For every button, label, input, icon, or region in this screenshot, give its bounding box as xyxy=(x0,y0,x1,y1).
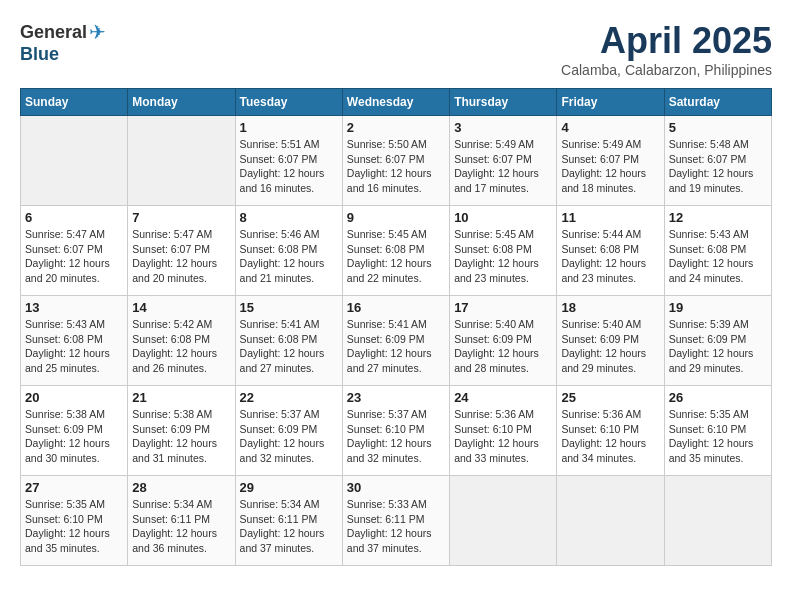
day-number: 29 xyxy=(240,480,338,495)
day-info: Sunrise: 5:47 AM Sunset: 6:07 PM Dayligh… xyxy=(25,227,123,286)
day-number: 8 xyxy=(240,210,338,225)
calendar-cell: 12Sunrise: 5:43 AM Sunset: 6:08 PM Dayli… xyxy=(664,206,771,296)
day-number: 3 xyxy=(454,120,552,135)
day-number: 4 xyxy=(561,120,659,135)
day-info: Sunrise: 5:49 AM Sunset: 6:07 PM Dayligh… xyxy=(454,137,552,196)
day-info: Sunrise: 5:38 AM Sunset: 6:09 PM Dayligh… xyxy=(25,407,123,466)
calendar-cell: 24Sunrise: 5:36 AM Sunset: 6:10 PM Dayli… xyxy=(450,386,557,476)
day-info: Sunrise: 5:46 AM Sunset: 6:08 PM Dayligh… xyxy=(240,227,338,286)
day-info: Sunrise: 5:43 AM Sunset: 6:08 PM Dayligh… xyxy=(669,227,767,286)
day-info: Sunrise: 5:34 AM Sunset: 6:11 PM Dayligh… xyxy=(240,497,338,556)
logo-general-text: General xyxy=(20,22,87,43)
calendar-cell: 26Sunrise: 5:35 AM Sunset: 6:10 PM Dayli… xyxy=(664,386,771,476)
calendar-cell: 23Sunrise: 5:37 AM Sunset: 6:10 PM Dayli… xyxy=(342,386,449,476)
header: General ✈ Blue April 2025 Calamba, Calab… xyxy=(20,20,772,78)
day-number: 13 xyxy=(25,300,123,315)
day-info: Sunrise: 5:43 AM Sunset: 6:08 PM Dayligh… xyxy=(25,317,123,376)
calendar-cell xyxy=(21,116,128,206)
calendar-cell: 29Sunrise: 5:34 AM Sunset: 6:11 PM Dayli… xyxy=(235,476,342,566)
calendar-cell xyxy=(128,116,235,206)
day-info: Sunrise: 5:51 AM Sunset: 6:07 PM Dayligh… xyxy=(240,137,338,196)
day-info: Sunrise: 5:33 AM Sunset: 6:11 PM Dayligh… xyxy=(347,497,445,556)
calendar-cell: 11Sunrise: 5:44 AM Sunset: 6:08 PM Dayli… xyxy=(557,206,664,296)
day-info: Sunrise: 5:39 AM Sunset: 6:09 PM Dayligh… xyxy=(669,317,767,376)
day-number: 22 xyxy=(240,390,338,405)
weekday-header-saturday: Saturday xyxy=(664,89,771,116)
calendar-cell: 8Sunrise: 5:46 AM Sunset: 6:08 PM Daylig… xyxy=(235,206,342,296)
day-number: 26 xyxy=(669,390,767,405)
calendar-cell: 28Sunrise: 5:34 AM Sunset: 6:11 PM Dayli… xyxy=(128,476,235,566)
calendar-header-row: SundayMondayTuesdayWednesdayThursdayFrid… xyxy=(21,89,772,116)
calendar-cell xyxy=(557,476,664,566)
day-number: 7 xyxy=(132,210,230,225)
day-info: Sunrise: 5:35 AM Sunset: 6:10 PM Dayligh… xyxy=(669,407,767,466)
calendar-cell xyxy=(664,476,771,566)
weekday-header-sunday: Sunday xyxy=(21,89,128,116)
weekday-header-monday: Monday xyxy=(128,89,235,116)
calendar-week-row: 20Sunrise: 5:38 AM Sunset: 6:09 PM Dayli… xyxy=(21,386,772,476)
day-info: Sunrise: 5:35 AM Sunset: 6:10 PM Dayligh… xyxy=(25,497,123,556)
calendar-cell: 30Sunrise: 5:33 AM Sunset: 6:11 PM Dayli… xyxy=(342,476,449,566)
weekday-header-tuesday: Tuesday xyxy=(235,89,342,116)
day-number: 10 xyxy=(454,210,552,225)
day-info: Sunrise: 5:50 AM Sunset: 6:07 PM Dayligh… xyxy=(347,137,445,196)
day-number: 18 xyxy=(561,300,659,315)
day-info: Sunrise: 5:44 AM Sunset: 6:08 PM Dayligh… xyxy=(561,227,659,286)
day-number: 5 xyxy=(669,120,767,135)
day-number: 11 xyxy=(561,210,659,225)
calendar-cell: 2Sunrise: 5:50 AM Sunset: 6:07 PM Daylig… xyxy=(342,116,449,206)
calendar-week-row: 1Sunrise: 5:51 AM Sunset: 6:07 PM Daylig… xyxy=(21,116,772,206)
day-number: 19 xyxy=(669,300,767,315)
day-number: 24 xyxy=(454,390,552,405)
calendar-cell: 5Sunrise: 5:48 AM Sunset: 6:07 PM Daylig… xyxy=(664,116,771,206)
day-number: 6 xyxy=(25,210,123,225)
logo-bird-icon: ✈ xyxy=(89,20,106,44)
calendar-cell: 18Sunrise: 5:40 AM Sunset: 6:09 PM Dayli… xyxy=(557,296,664,386)
calendar-cell: 21Sunrise: 5:38 AM Sunset: 6:09 PM Dayli… xyxy=(128,386,235,476)
day-number: 27 xyxy=(25,480,123,495)
calendar-cell: 17Sunrise: 5:40 AM Sunset: 6:09 PM Dayli… xyxy=(450,296,557,386)
calendar-cell: 10Sunrise: 5:45 AM Sunset: 6:08 PM Dayli… xyxy=(450,206,557,296)
day-info: Sunrise: 5:47 AM Sunset: 6:07 PM Dayligh… xyxy=(132,227,230,286)
calendar-cell: 9Sunrise: 5:45 AM Sunset: 6:08 PM Daylig… xyxy=(342,206,449,296)
calendar-cell: 14Sunrise: 5:42 AM Sunset: 6:08 PM Dayli… xyxy=(128,296,235,386)
day-info: Sunrise: 5:40 AM Sunset: 6:09 PM Dayligh… xyxy=(454,317,552,376)
logo: General ✈ Blue xyxy=(20,20,106,65)
day-number: 23 xyxy=(347,390,445,405)
day-info: Sunrise: 5:38 AM Sunset: 6:09 PM Dayligh… xyxy=(132,407,230,466)
day-info: Sunrise: 5:48 AM Sunset: 6:07 PM Dayligh… xyxy=(669,137,767,196)
location: Calamba, Calabarzon, Philippines xyxy=(561,62,772,78)
day-info: Sunrise: 5:36 AM Sunset: 6:10 PM Dayligh… xyxy=(454,407,552,466)
day-number: 12 xyxy=(669,210,767,225)
day-info: Sunrise: 5:45 AM Sunset: 6:08 PM Dayligh… xyxy=(347,227,445,286)
day-info: Sunrise: 5:37 AM Sunset: 6:10 PM Dayligh… xyxy=(347,407,445,466)
day-number: 28 xyxy=(132,480,230,495)
calendar-week-row: 27Sunrise: 5:35 AM Sunset: 6:10 PM Dayli… xyxy=(21,476,772,566)
day-number: 20 xyxy=(25,390,123,405)
day-info: Sunrise: 5:42 AM Sunset: 6:08 PM Dayligh… xyxy=(132,317,230,376)
calendar-body: 1Sunrise: 5:51 AM Sunset: 6:07 PM Daylig… xyxy=(21,116,772,566)
day-number: 2 xyxy=(347,120,445,135)
day-info: Sunrise: 5:49 AM Sunset: 6:07 PM Dayligh… xyxy=(561,137,659,196)
calendar-cell: 20Sunrise: 5:38 AM Sunset: 6:09 PM Dayli… xyxy=(21,386,128,476)
day-number: 25 xyxy=(561,390,659,405)
day-number: 15 xyxy=(240,300,338,315)
weekday-header-thursday: Thursday xyxy=(450,89,557,116)
day-number: 14 xyxy=(132,300,230,315)
calendar-cell: 22Sunrise: 5:37 AM Sunset: 6:09 PM Dayli… xyxy=(235,386,342,476)
day-number: 17 xyxy=(454,300,552,315)
day-info: Sunrise: 5:36 AM Sunset: 6:10 PM Dayligh… xyxy=(561,407,659,466)
calendar-cell: 15Sunrise: 5:41 AM Sunset: 6:08 PM Dayli… xyxy=(235,296,342,386)
day-info: Sunrise: 5:41 AM Sunset: 6:09 PM Dayligh… xyxy=(347,317,445,376)
day-info: Sunrise: 5:34 AM Sunset: 6:11 PM Dayligh… xyxy=(132,497,230,556)
calendar-cell: 1Sunrise: 5:51 AM Sunset: 6:07 PM Daylig… xyxy=(235,116,342,206)
month-title: April 2025 xyxy=(561,20,772,62)
day-info: Sunrise: 5:41 AM Sunset: 6:08 PM Dayligh… xyxy=(240,317,338,376)
calendar-cell: 3Sunrise: 5:49 AM Sunset: 6:07 PM Daylig… xyxy=(450,116,557,206)
day-number: 16 xyxy=(347,300,445,315)
calendar-cell: 25Sunrise: 5:36 AM Sunset: 6:10 PM Dayli… xyxy=(557,386,664,476)
calendar-cell: 4Sunrise: 5:49 AM Sunset: 6:07 PM Daylig… xyxy=(557,116,664,206)
logo-blue-text: Blue xyxy=(20,44,59,65)
calendar-week-row: 13Sunrise: 5:43 AM Sunset: 6:08 PM Dayli… xyxy=(21,296,772,386)
calendar-cell xyxy=(450,476,557,566)
